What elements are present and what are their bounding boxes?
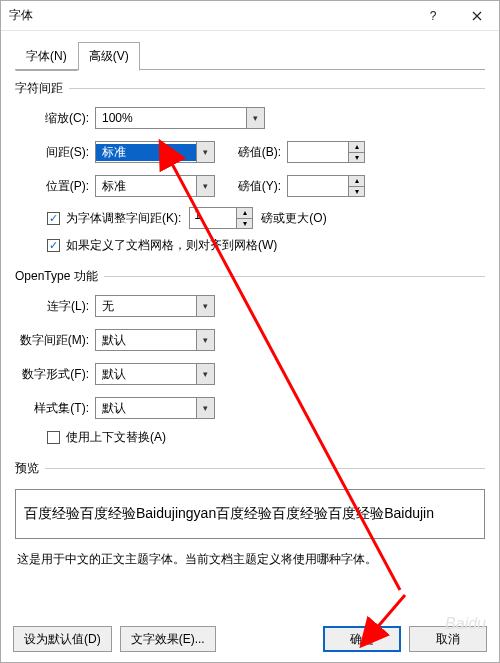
kerning-unit: 磅或更大(O)	[261, 210, 326, 227]
ligature-combo[interactable]: 无 ▾	[95, 295, 215, 317]
numspacing-value: 默认	[96, 332, 196, 349]
window-title: 字体	[1, 7, 411, 24]
group-char-spacing-title: 字符间距	[15, 80, 63, 97]
divider	[104, 276, 485, 277]
position-pt-value	[288, 176, 348, 196]
scale-value: 100%	[96, 111, 246, 125]
group-opentype-title: OpenType 功能	[15, 268, 98, 285]
numform-label: 数字形式(F):	[15, 366, 95, 383]
divider	[69, 88, 485, 89]
chevron-down-icon[interactable]: ▾	[196, 330, 214, 350]
scale-combo[interactable]: 100% ▾	[95, 107, 265, 129]
spacing-pt-spin[interactable]: ▴▾	[287, 141, 365, 163]
scale-label: 缩放(C):	[15, 110, 95, 127]
spacing-label: 间距(S):	[15, 144, 95, 161]
spin-down-icon[interactable]: ▾	[349, 187, 364, 197]
position-pt-label: 磅值(Y):	[225, 178, 287, 195]
close-icon	[472, 11, 482, 21]
spin-down-icon[interactable]: ▾	[349, 153, 364, 163]
tab-font[interactable]: 字体(N)	[15, 42, 78, 71]
position-label: 位置(P):	[15, 178, 95, 195]
tab-advanced[interactable]: 高级(V)	[78, 42, 140, 71]
grid-checkbox[interactable]: ✓	[47, 239, 60, 252]
styleset-label: 样式集(T):	[15, 400, 95, 417]
help-button[interactable]: ?	[411, 1, 455, 31]
cancel-button[interactable]: 取消	[409, 626, 487, 652]
chevron-down-icon[interactable]: ▾	[196, 142, 214, 162]
chevron-down-icon[interactable]: ▾	[196, 176, 214, 196]
styleset-combo[interactable]: 默认 ▾	[95, 397, 215, 419]
spacing-pt-label: 磅值(B):	[225, 144, 287, 161]
styleset-value: 默认	[96, 400, 196, 417]
preview-box: 百度经验百度经验Baidujingyan百度经验百度经验百度经验Baidujin	[15, 489, 485, 539]
font-dialog: 字体 ? 字体(N) 高级(V) 字符间距 缩放(C): 100% ▾	[0, 0, 500, 663]
position-value: 标准	[96, 178, 196, 195]
numform-value: 默认	[96, 366, 196, 383]
numform-combo[interactable]: 默认 ▾	[95, 363, 215, 385]
group-char-spacing: 字符间距	[15, 80, 485, 97]
spin-up-icon[interactable]: ▴	[237, 208, 252, 219]
titlebar: 字体 ?	[1, 1, 499, 31]
chevron-down-icon[interactable]: ▾	[196, 398, 214, 418]
tab-advanced-label: 高级(V)	[89, 49, 129, 63]
ok-button[interactable]: 确定	[323, 626, 401, 652]
chevron-down-icon[interactable]: ▾	[196, 296, 214, 316]
kerning-value: 1	[190, 208, 236, 228]
grid-label: 如果定义了文档网格，则对齐到网格(W)	[66, 237, 277, 254]
button-row: 设为默认值(D) 文字效果(E)... 确定 取消	[1, 616, 499, 662]
spacing-value: 标准	[96, 144, 196, 161]
close-button[interactable]	[455, 1, 499, 31]
group-preview-title: 预览	[15, 460, 39, 477]
preview-text: 百度经验百度经验Baidujingyan百度经验百度经验百度经验Baidujin	[24, 505, 434, 523]
preview-note: 这是用于中文的正文主题字体。当前文档主题定义将使用哪种字体。	[17, 551, 483, 568]
kerning-spin[interactable]: 1 ▴▾	[189, 207, 253, 229]
spacing-combo[interactable]: 标准 ▾	[95, 141, 215, 163]
spacing-pt-value	[288, 142, 348, 162]
spin-up-icon[interactable]: ▴	[349, 142, 364, 153]
numspacing-combo[interactable]: 默认 ▾	[95, 329, 215, 351]
position-combo[interactable]: 标准 ▾	[95, 175, 215, 197]
kerning-label: 为字体调整字间距(K):	[66, 210, 181, 227]
group-opentype: OpenType 功能	[15, 268, 485, 285]
chevron-down-icon[interactable]: ▾	[196, 364, 214, 384]
numspacing-label: 数字间距(M):	[15, 332, 95, 349]
chevron-down-icon[interactable]: ▾	[246, 108, 264, 128]
contextual-checkbox[interactable]	[47, 431, 60, 444]
tab-strip: 字体(N) 高级(V)	[15, 41, 485, 70]
contextual-label: 使用上下文替换(A)	[66, 429, 166, 446]
spin-up-icon[interactable]: ▴	[349, 176, 364, 187]
set-default-button[interactable]: 设为默认值(D)	[13, 626, 112, 652]
text-effects-button[interactable]: 文字效果(E)...	[120, 626, 216, 652]
ligature-label: 连字(L):	[15, 298, 95, 315]
divider	[45, 468, 485, 469]
tab-font-label: 字体(N)	[26, 49, 67, 63]
content-area: 字体(N) 高级(V) 字符间距 缩放(C): 100% ▾ 间距(S): 标准…	[1, 31, 499, 616]
position-pt-spin[interactable]: ▴▾	[287, 175, 365, 197]
ligature-value: 无	[96, 298, 196, 315]
kerning-checkbox[interactable]: ✓	[47, 212, 60, 225]
group-preview: 预览	[15, 460, 485, 477]
spin-down-icon[interactable]: ▾	[237, 219, 252, 229]
